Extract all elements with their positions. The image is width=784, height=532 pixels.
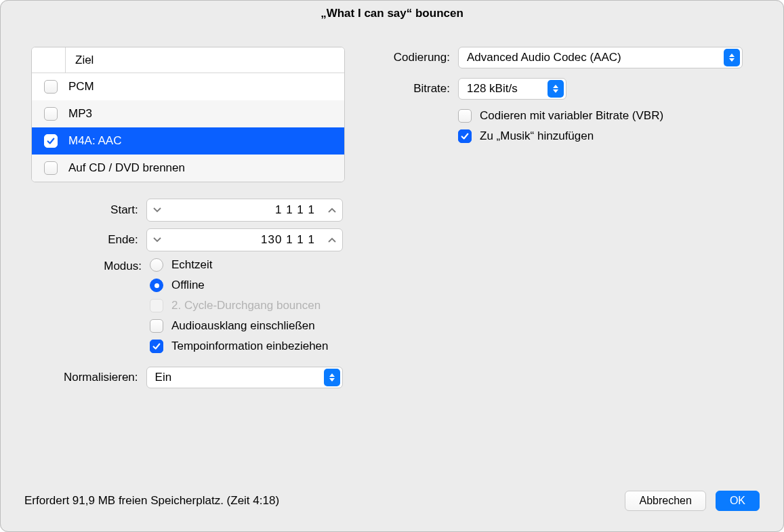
target-row-cd[interactable]: Auf CD / DVD brennen <box>32 155 344 182</box>
updown-icon[interactable] <box>724 49 740 66</box>
checkbox-cycle2 <box>150 299 163 312</box>
end-field[interactable]: 130 1 1 1 <box>146 228 343 251</box>
bounce-dialog: „What I can say“ bouncen Ziel PCM MP3 <box>0 0 784 532</box>
encoding-value: Advanced Audio Codec (AAC) <box>467 51 717 64</box>
end-value[interactable]: 130 1 1 1 <box>167 233 322 247</box>
checkbox-tail[interactable] <box>150 319 163 333</box>
bitrate-select[interactable]: 128 kBit/s <box>458 78 566 100</box>
updown-icon[interactable] <box>324 369 340 386</box>
target-header-label: Ziel <box>66 54 94 67</box>
chevron-down-icon[interactable] <box>147 237 167 243</box>
dialog-title: „What I can say“ bouncen <box>1 1 783 26</box>
ok-button[interactable]: OK <box>716 491 760 511</box>
checkbox-icon[interactable] <box>44 107 58 121</box>
radio-offline[interactable] <box>150 279 163 292</box>
cancel-button[interactable]: Abbrechen <box>625 491 705 511</box>
chevron-down-icon[interactable] <box>147 207 167 213</box>
checkbox-icon[interactable] <box>44 161 58 175</box>
modus-label: Modus: <box>31 258 150 273</box>
checkbox-tempo[interactable] <box>150 340 163 353</box>
target-label: PCM <box>68 80 94 94</box>
vbr-label: Codieren mit variabler Bitrate (VBR) <box>480 109 663 123</box>
chevron-up-icon[interactable] <box>322 207 342 213</box>
cycle2-label: 2. Cycle-Durchgang bouncen <box>171 299 321 312</box>
tail-label: Audioausklang einschließen <box>171 319 315 333</box>
normalize-select[interactable]: Ein <box>146 367 343 388</box>
target-label: M4A: AAC <box>68 134 121 148</box>
checkbox-icon[interactable] <box>44 134 58 148</box>
start-label: Start: <box>31 203 146 217</box>
radio-offline-label: Offline <box>171 279 205 292</box>
target-row-pcm[interactable]: PCM <box>32 73 344 100</box>
status-text: Erfordert 91,9 MB freien Speicherplatz. … <box>24 494 615 508</box>
target-list: Ziel PCM MP3 M4A: AAC <box>31 47 345 182</box>
start-value[interactable]: 1 1 1 1 <box>167 203 322 217</box>
target-label: Auf CD / DVD brennen <box>68 161 185 175</box>
checkbox-icon[interactable] <box>44 80 58 94</box>
start-field[interactable]: 1 1 1 1 <box>146 199 343 222</box>
target-label: MP3 <box>68 107 92 121</box>
checkbox-vbr[interactable] <box>458 109 472 123</box>
add-music-label: Zu „Musik“ hinzufügen <box>480 129 594 143</box>
target-header: Ziel <box>32 47 344 73</box>
encoding-select[interactable]: Advanced Audio Codec (AAC) <box>458 47 743 68</box>
checkbox-add-music[interactable] <box>458 129 472 143</box>
target-row-m4a[interactable]: M4A: AAC <box>32 127 344 155</box>
radio-realtime[interactable] <box>150 258 163 272</box>
bitrate-value: 128 kBit/s <box>467 82 541 96</box>
bitrate-label: Bitrate: <box>380 82 458 96</box>
radio-realtime-label: Echtzeit <box>171 258 212 272</box>
encoding-label: Codierung: <box>380 51 458 64</box>
updown-icon[interactable] <box>548 80 564 98</box>
target-row-mp3[interactable]: MP3 <box>32 100 344 127</box>
chevron-up-icon[interactable] <box>322 237 342 243</box>
tempo-label: Tempoinformation einbeziehen <box>171 340 329 353</box>
normalize-value: Ein <box>155 371 317 384</box>
end-label: Ende: <box>31 233 146 247</box>
normalize-label: Normalisieren: <box>31 371 146 384</box>
